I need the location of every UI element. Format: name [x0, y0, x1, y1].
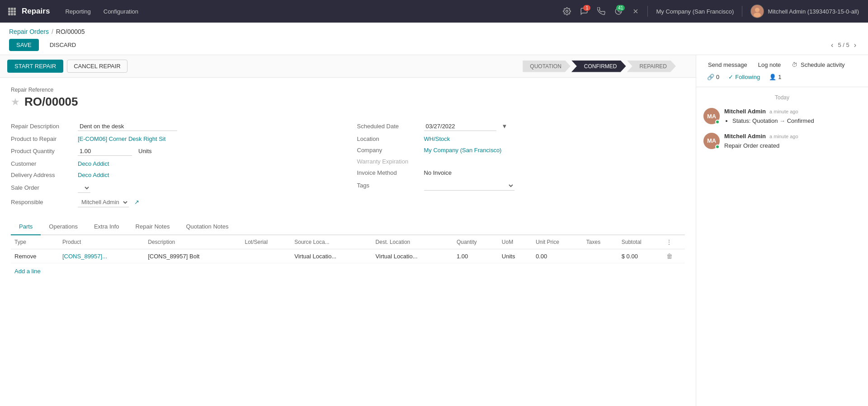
chatter-content: Today MA Mitchell Admin a minute ago Sta… [696, 87, 868, 406]
chatter-area: Send message Log note ⏱ Schedule activit… [696, 55, 868, 406]
followers-count[interactable]: 🔗 0 [703, 72, 723, 82]
quantity-input[interactable] [78, 147, 132, 156]
msg-author: Mitchell Admin [724, 133, 766, 140]
tab-parts[interactable]: Parts [11, 219, 41, 235]
company-value[interactable]: My Company (San Francisco) [424, 147, 502, 154]
delete-row-icon[interactable]: 🗑 [666, 252, 673, 260]
svg-rect-5 [14, 10, 16, 13]
row-quantity: 1.00 [453, 249, 498, 263]
pipeline-step-repaired[interactable]: REPAIRED [627, 61, 676, 72]
location-value[interactable]: WH/Stock [424, 135, 450, 142]
grid-menu-icon[interactable] [5, 5, 18, 18]
quantity-row: Product Quantity Units [11, 145, 339, 158]
customer-value[interactable]: Deco Addict [78, 160, 109, 167]
pager-prev[interactable]: ‹ [828, 40, 836, 50]
ref-number: RO/00005 [24, 95, 78, 109]
tags-row: Tags [357, 178, 685, 193]
phone-icon[interactable] [594, 4, 609, 19]
col-unit-price: Unit Price [532, 235, 583, 249]
svg-point-10 [755, 8, 760, 12]
following-button[interactable]: ✓ Following [725, 72, 764, 82]
responsible-row: Responsible Mitchell Admin ↗ [11, 195, 339, 210]
msg-text: Status: Quotation → Confirmed [724, 117, 814, 126]
chatter-actions: Send message Log note ⏱ Schedule activit… [696, 55, 868, 87]
user-menu[interactable]: Mitchell Admin (13934073-15-0-all) [747, 5, 863, 18]
chat-badge: 1 [583, 5, 590, 11]
svg-rect-7 [11, 13, 13, 15]
breadcrumb-parent[interactable]: Repair Orders [9, 28, 49, 35]
user-name: Mitchell Admin (13934073-15-0-all) [768, 8, 859, 15]
delivery-value[interactable]: Deco Addict [78, 172, 109, 178]
delivery-label: Delivery Address [11, 172, 74, 178]
responsible-select[interactable]: Mitchell Admin [78, 197, 129, 207]
scheduled-date-label: Scheduled Date [357, 123, 420, 130]
col-type: Type [11, 235, 59, 249]
nav-reporting[interactable]: Reporting [59, 0, 97, 23]
discard-button[interactable]: DISCARD [42, 39, 84, 51]
svg-rect-8 [14, 13, 16, 15]
svg-rect-4 [11, 10, 13, 13]
msg-body: Mitchell Admin a minute ago Status: Quot… [724, 108, 814, 126]
people-count[interactable]: 👤 1 [765, 72, 785, 82]
row-product[interactable]: [CONS_89957]... [59, 249, 144, 263]
app-title: Repairs [22, 7, 50, 16]
msg-time: a minute ago [769, 109, 798, 114]
svg-rect-0 [8, 8, 10, 10]
parts-table: Type Product Description Lot/Serial Sour… [11, 235, 685, 263]
close-icon[interactable] [628, 4, 643, 19]
pipeline-step-confirmed[interactable]: CONFIRMED [571, 61, 626, 72]
col-source-location: Source Loca... [291, 235, 372, 249]
pipeline-step-quotation[interactable]: QUOTATION [523, 61, 571, 72]
send-message-button[interactable]: Send message [703, 60, 752, 70]
cancel-repair-button[interactable]: CANCEL REPAIR [67, 60, 127, 73]
tab-quotation-notes[interactable]: Quotation Notes [178, 219, 236, 235]
status-pipeline: QUOTATION CONFIRMED REPAIRED [523, 61, 676, 72]
save-button[interactable]: SAVE [9, 39, 39, 51]
row-dest-location: Virtual Locatio... [372, 249, 453, 263]
moon-icon[interactable]: 41 [611, 4, 626, 19]
link-icon: 🔗 [707, 74, 714, 80]
invoice-method-value: No Invoice [424, 169, 452, 176]
pager-next[interactable]: › [851, 40, 859, 50]
company-name: My Company (San Francisco) [652, 8, 737, 15]
calendar-icon[interactable]: ▼ [502, 123, 508, 130]
repair-desc-input[interactable] [78, 122, 177, 131]
page-header: Repair Orders / RO/00005 SAVE DISCARD ‹ … [0, 23, 868, 55]
schedule-activity-button[interactable]: ⏱ Schedule activity [787, 60, 849, 70]
nav-configuration[interactable]: Configuration [97, 0, 145, 23]
responsible-external-link-icon[interactable]: ↗ [134, 199, 139, 205]
pager-text: 5 / 5 [838, 42, 849, 48]
checkmark-icon: ✓ [728, 74, 733, 80]
start-repair-button[interactable]: START REPAIR [7, 60, 63, 73]
scheduled-date-input[interactable] [424, 122, 496, 131]
tabs-bar: Parts Operations Extra Info Repair Notes… [11, 219, 685, 235]
msg-header: Mitchell Admin a minute ago [724, 108, 814, 115]
msg-header: Mitchell Admin a minute ago [724, 133, 798, 140]
log-note-button[interactable]: Log note [754, 60, 786, 70]
row-description: [CONS_89957] Bolt [144, 249, 241, 263]
tab-extra-info[interactable]: Extra Info [86, 219, 127, 235]
quantity-unit: Units [138, 148, 152, 154]
chatter-date-header: Today [703, 94, 861, 101]
tab-repair-notes[interactable]: Repair Notes [127, 219, 178, 235]
repair-desc-label: Repair Description [11, 123, 74, 130]
tab-operations[interactable]: Operations [41, 219, 86, 235]
company-row: Company My Company (San Francisco) [357, 145, 685, 156]
col-lot-serial: Lot/Serial [241, 235, 291, 249]
action-bar: SAVE DISCARD ‹ 5 / 5 › [9, 39, 859, 51]
settings-icon[interactable] [560, 4, 574, 19]
tags-select[interactable] [424, 181, 514, 191]
sale-order-label: Sale Order [11, 184, 74, 191]
product-value[interactable]: [E-COM06] Corner Desk Right Sit [78, 135, 165, 142]
responsible-label: Responsible [11, 199, 74, 205]
svg-rect-1 [11, 8, 13, 10]
add-line-button[interactable]: Add a line [11, 263, 44, 279]
col-uom: UoM [498, 235, 532, 249]
sale-order-select[interactable] [78, 183, 90, 193]
breadcrumb-separator: / [52, 28, 53, 35]
col-description: Description [144, 235, 241, 249]
breadcrumb: Repair Orders / RO/00005 [9, 28, 859, 35]
invoice-method-row: Invoice Method No Invoice [357, 167, 685, 178]
chat-icon[interactable]: 1 [577, 4, 591, 19]
favorite-star-icon[interactable]: ★ [11, 96, 20, 108]
